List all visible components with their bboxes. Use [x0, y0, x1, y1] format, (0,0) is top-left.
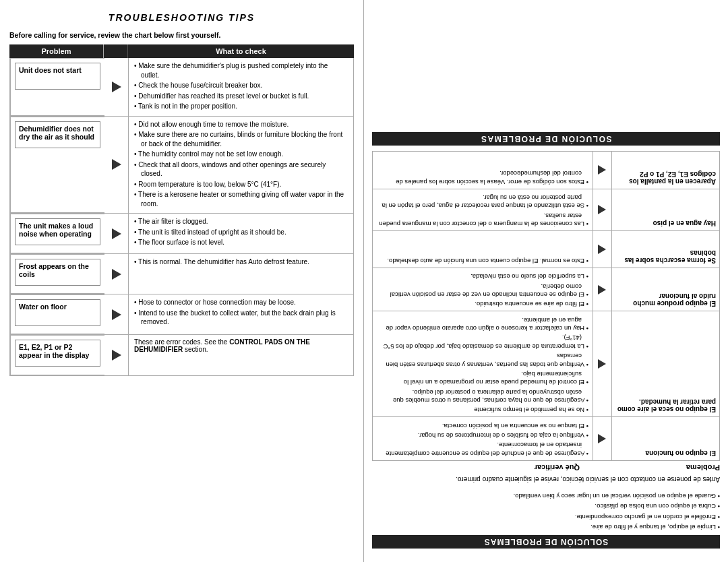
right-arrow-cell [593, 231, 611, 268]
right-problem-cell: El equipo produce mucho ruido al funcion… [611, 268, 719, 311]
right-arrow-cell [593, 152, 611, 189]
arrow-right-icon [112, 309, 121, 320]
upside-down-section: SOLUCIÓN DE PROBLEMAS Limpie el equipo, … [372, 7, 720, 555]
arrow-cell [104, 117, 129, 214]
problem-cell: E1, E2, P1 or P2 appear in the display [10, 335, 104, 375]
problem-cell: Dehumidifier does not dry the air as it … [10, 117, 104, 214]
arrow-left-icon [599, 285, 607, 294]
right-header-check: Qué verificar [372, 464, 580, 472]
right-table-row: El equipo no funciona Asegúrese de que e… [373, 416, 719, 460]
check-cell: Hose to connector or hose connection may… [129, 294, 353, 334]
right-section-title: SOLUCIÓN DE PROBLEMAS [372, 132, 720, 146]
right-table-row: Se forma escarcha sobre las bobinas Esto… [373, 230, 719, 268]
bottom-list: Limpie el equipo, el tanque y el filtro … [372, 492, 720, 531]
right-check-cell: Estos son códigos de error. Véase la sec… [373, 152, 593, 189]
right-problem-cell: Hay agua en el piso [611, 189, 719, 230]
arrow-right-icon [112, 269, 121, 280]
right-problem-cell: Aparecen en la pantalla los códigos E1, … [611, 152, 719, 189]
problem-cell: The unit makes a loud noise when operati… [10, 214, 104, 253]
right-arrow-cell [593, 268, 611, 311]
intro-text: Before calling for service, review the c… [9, 31, 354, 39]
check-cell: Did not allow enough time to remove the … [129, 117, 353, 214]
table-row: Water on floor Hose to connector or hose… [10, 294, 353, 335]
right-table-row: El equipo produce mucho ruido al funcion… [373, 268, 719, 311]
table-row: Dehumidifier does not dry the air as it … [10, 117, 353, 214]
arrow-left-icon [599, 205, 607, 214]
arrow-left-icon [599, 245, 607, 254]
table-row: Unit does not start Make sure the dehumi… [10, 58, 353, 117]
bottom-section: SOLUCIÓN DE PROBLEMAS Limpie el equipo, … [372, 490, 720, 555]
right-check-cell: Esto es normal. El equipo cuenta con una… [373, 231, 593, 268]
main-title: TROUBLESHOOTING TIPS [9, 12, 354, 23]
arrow-left-icon [599, 165, 607, 175]
table-row-frost: Frost appears on the coils This is norma… [10, 254, 353, 294]
table-row: The unit makes a loud noise when operati… [10, 214, 353, 254]
right-problem-cell: Se forma escarcha sobre las bobinas [611, 231, 719, 268]
table-body: Unit does not start Make sure the dehumi… [9, 58, 354, 376]
right-check-cell: No se ha permitido el tiempo suficiente … [373, 311, 593, 416]
arrow-right-icon [112, 228, 121, 239]
check-cell: The air filter is clogged. The unit is t… [129, 214, 353, 253]
bottom-title: SOLUCIÓN DE PROBLEMAS [372, 535, 720, 549]
right-arrow-cell [593, 311, 611, 416]
problem-cell: Unit does not start [10, 58, 104, 116]
problem-cell-frost: Frost appears on the coils [10, 254, 104, 294]
header-problem: Problem [9, 44, 104, 58]
arrow-cell [104, 294, 129, 334]
check-cell: These are error codes. See the CONTROL P… [129, 335, 353, 375]
arrow-left-icon [599, 359, 607, 369]
right-check-cell: El filtro de aire se encuentra obstruido… [373, 268, 593, 311]
arrow-right-icon [112, 159, 121, 170]
left-panel: TROUBLESHOOTING TIPS Before calling for … [0, 0, 364, 562]
right-problem-cell: El equipo no seca el aire como para reti… [611, 311, 719, 416]
arrow-cell [104, 58, 129, 116]
arrow-cell [104, 335, 129, 375]
table-row: E1, E2, P1 or P2 appear in the display T… [10, 335, 353, 375]
right-check-cell: Asegúrese de que el enchufe del equipo s… [373, 417, 593, 460]
right-check-cell: Las conexiones de la manguera o del cone… [373, 189, 593, 230]
check-cell: Make sure the dehumidifier's plug is pus… [129, 58, 353, 116]
right-intro: Antes de ponerse en contacto con el serv… [372, 476, 720, 483]
arrow-cell [104, 214, 129, 253]
arrow-cell [104, 254, 129, 294]
right-header-row: Problema Qué verificar [372, 464, 720, 472]
arrow-right-icon [112, 350, 121, 361]
table-header: Problem What to check [9, 44, 354, 58]
right-table-row: El equipo no seca el aire como para reti… [373, 311, 719, 416]
right-table-row: Aparecen en la pantalla los códigos E1, … [373, 152, 719, 189]
problem-cell: Water on floor [10, 294, 104, 334]
check-cell: This is normal. The dehumidifier has Aut… [129, 254, 353, 294]
arrow-left-icon [599, 434, 607, 443]
right-arrow-cell [593, 189, 611, 230]
right-arrow-cell [593, 417, 611, 460]
right-header-problem: Problema [599, 464, 720, 472]
right-table: El equipo no funciona Asegúrese de que e… [372, 151, 720, 461]
header-check: What to check [128, 44, 354, 58]
right-panel: SOLUCIÓN DE PROBLEMAS Limpie el equipo, … [364, 0, 728, 562]
arrow-right-icon [112, 82, 121, 92]
right-problem-cell: El equipo no funciona [611, 417, 719, 460]
right-table-row: Hay agua en el piso Las conexiones de la… [373, 189, 719, 230]
